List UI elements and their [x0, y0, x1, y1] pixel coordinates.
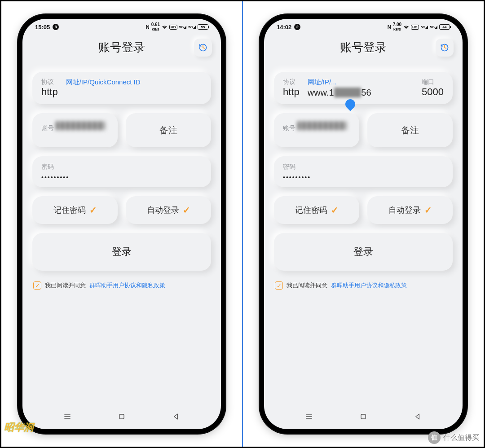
home-icon[interactable]: [359, 412, 368, 421]
protocol-label: 协议: [283, 78, 300, 86]
signal-5g-icon-2: 5G: [430, 25, 437, 29]
text-cursor-handle-icon[interactable]: [343, 97, 357, 111]
status-time: 14:02: [277, 24, 291, 31]
history-button[interactable]: [436, 39, 454, 57]
network-speed: 7.00KB/S: [393, 22, 401, 31]
login-button[interactable]: 登录: [32, 233, 211, 271]
note-card[interactable]: 备注: [126, 113, 211, 147]
check-icon: ✓: [183, 205, 190, 215]
address-input[interactable]: www.1████56: [308, 88, 414, 98]
back-icon[interactable]: [172, 412, 181, 421]
account-value-redacted: [56, 121, 105, 130]
watermark-left: 昭华洞: [4, 421, 34, 434]
password-card[interactable]: 密码 •••••••••: [274, 156, 453, 187]
auto-login-toggle[interactable]: 自动登录 ✓: [126, 196, 211, 224]
signal-5g-icon-2: 5G: [188, 25, 196, 29]
port-label: 端口: [422, 78, 444, 86]
wifi-icon: [403, 24, 409, 30]
watermark-text: 什么值得买: [443, 433, 479, 443]
address-card[interactable]: 协议 http 网址/IP/QuickConnect ID: [32, 72, 211, 104]
agreement-text: 我已阅读并同意: [287, 281, 327, 290]
status-time: 15:05: [35, 24, 50, 31]
hd-icon: HD: [411, 25, 419, 30]
password-value[interactable]: •••••••••: [283, 174, 444, 181]
agreement-link[interactable]: 群晖助手用户协议和隐私政策: [89, 281, 165, 290]
login-label: 登录: [41, 239, 202, 264]
notification-count-badge: 2: [294, 24, 300, 30]
address-input[interactable]: [66, 88, 202, 98]
watermark-right: 值 什么值得买: [428, 431, 479, 444]
network-speed: 0.61KB/S: [151, 22, 160, 31]
battery-icon: 55: [198, 24, 208, 30]
phone-mock-right: 14:02 2 N 7.00KB/S HD 5G 5G 44 账号登录: [260, 14, 467, 434]
agreement-row[interactable]: ✓ 我已阅读并同意 群晖助手用户协议和隐私政策: [32, 281, 211, 290]
system-nav-bar: [22, 404, 221, 429]
password-label: 密码: [283, 163, 295, 170]
svg-rect-7: [361, 414, 366, 419]
agreement-checkbox[interactable]: ✓: [33, 281, 41, 290]
check-icon: ✓: [424, 205, 432, 215]
note-card[interactable]: 备注: [367, 113, 453, 147]
address-card[interactable]: 协议 http 网址/IP/... www.1████56: [274, 72, 453, 104]
remember-password-toggle[interactable]: 记住密码 ✓: [274, 196, 359, 224]
auto-login-label: 自动登录: [147, 205, 179, 215]
phone-mock-left: 15:05 3 N 0.61KB/S HD 5G 5G 55 账号: [18, 14, 225, 434]
battery-icon: 44: [439, 24, 450, 30]
port-value[interactable]: 5000: [422, 86, 444, 98]
remember-password-label: 记住密码: [295, 205, 327, 215]
password-card[interactable]: 密码 •••••••••: [32, 156, 211, 187]
account-card[interactable]: 账号: [274, 113, 359, 147]
address-label: 网址/IP/...: [308, 78, 414, 87]
remember-password-toggle[interactable]: 记住密码 ✓: [32, 196, 118, 224]
remember-password-label: 记住密码: [53, 205, 86, 215]
auto-login-toggle[interactable]: 自动登录 ✓: [367, 196, 453, 224]
status-bar: 15:05 3 N 0.61KB/S HD 5G 5G 55: [22, 19, 221, 35]
page-title: 账号登录: [340, 40, 387, 55]
notification-count-badge: 3: [53, 24, 59, 30]
history-icon: [440, 43, 449, 52]
nfc-icon: N: [146, 24, 150, 30]
protocol-label: 协议: [41, 78, 58, 86]
account-value-redacted: [297, 121, 347, 130]
note-label: 备注: [135, 119, 202, 141]
recent-apps-icon[interactable]: [304, 412, 313, 421]
note-label: 备注: [376, 119, 444, 141]
protocol-value[interactable]: http: [41, 86, 58, 98]
signal-5g-icon-1: 5G: [421, 25, 428, 29]
account-label: 账号: [283, 124, 295, 132]
history-button[interactable]: [194, 39, 212, 57]
check-icon: ✓: [331, 205, 339, 215]
agreement-text: 我已阅读并同意: [45, 281, 86, 290]
hd-icon: HD: [169, 25, 177, 30]
account-label: 账号: [41, 124, 54, 132]
history-icon: [198, 43, 207, 52]
auto-login-label: 自动登录: [388, 205, 421, 215]
page-title: 账号登录: [98, 40, 145, 55]
wifi-icon: [162, 24, 168, 30]
password-value[interactable]: •••••••••: [41, 174, 202, 181]
address-label: 网址/IP/QuickConnect ID: [66, 78, 202, 87]
agreement-checkbox[interactable]: ✓: [275, 281, 283, 290]
system-nav-bar: [264, 404, 463, 429]
agreement-link[interactable]: 群晖助手用户协议和隐私政策: [331, 281, 407, 290]
svg-rect-3: [119, 414, 124, 419]
signal-5g-icon-1: 5G: [179, 25, 187, 29]
agreement-row[interactable]: ✓ 我已阅读并同意 群晖助手用户协议和隐私政策: [274, 281, 453, 290]
password-label: 密码: [41, 163, 54, 170]
login-button[interactable]: 登录: [274, 233, 453, 271]
back-icon[interactable]: [413, 412, 422, 421]
recent-apps-icon[interactable]: [63, 412, 72, 421]
status-bar: 14:02 2 N 7.00KB/S HD 5G 5G 44: [264, 19, 463, 35]
protocol-value[interactable]: http: [283, 86, 300, 98]
nfc-icon: N: [388, 24, 391, 30]
account-card[interactable]: 账号: [32, 113, 118, 147]
home-icon[interactable]: [117, 412, 126, 421]
login-label: 登录: [283, 239, 444, 264]
watermark-logo-icon: 值: [428, 431, 441, 444]
check-icon: ✓: [89, 205, 97, 215]
